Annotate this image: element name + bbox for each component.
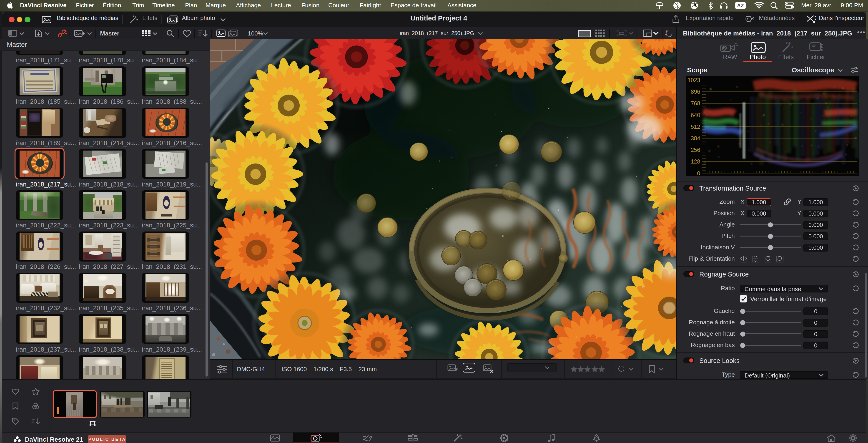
svg-text:512: 512 bbox=[691, 123, 700, 130]
svg-text:384: 384 bbox=[691, 135, 700, 142]
svg-text:768: 768 bbox=[691, 100, 700, 107]
svg-text:9: 9 bbox=[658, 4, 660, 8]
svg-text:128: 128 bbox=[691, 158, 700, 165]
svg-text:256: 256 bbox=[691, 147, 700, 153]
svg-text:1023: 1023 bbox=[687, 77, 700, 83]
svg-text:896: 896 bbox=[691, 88, 700, 95]
svg-text:0: 0 bbox=[697, 170, 700, 176]
svg-text:640: 640 bbox=[691, 112, 700, 118]
